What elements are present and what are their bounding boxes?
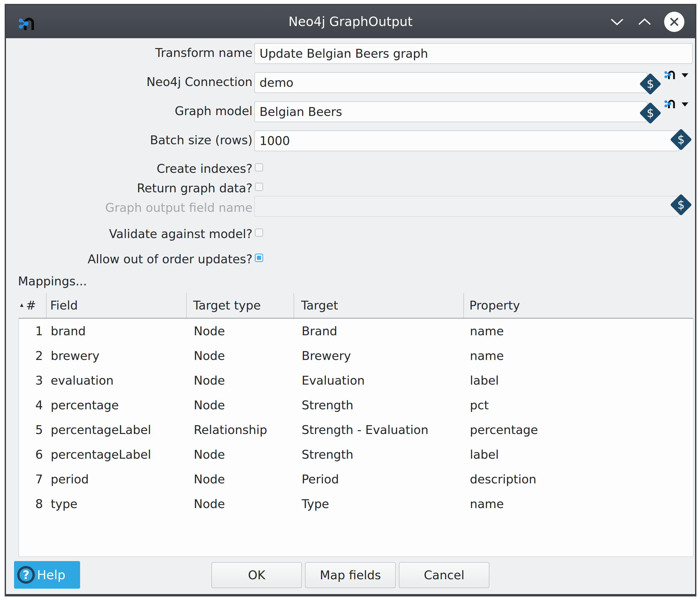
cell-property: label (465, 373, 693, 388)
cell-property: percentage (465, 423, 693, 437)
mappings-header-row: ▴ # Field Target type Target Property (19, 293, 694, 318)
cell-property: pct (465, 398, 693, 412)
sort-ascending-icon: ▴ (20, 301, 23, 309)
cell-num: 7 (19, 472, 47, 486)
cell-num: 3 (19, 373, 47, 388)
cell-field: brewery (47, 349, 187, 363)
cell-target: Evaluation (295, 373, 465, 388)
cell-target: Type (295, 497, 465, 511)
create-indexes-label: Create indexes? (6, 161, 252, 177)
graph-output-field-input (254, 196, 679, 217)
graph-model-combo[interactable]: Belgian Beers (254, 101, 648, 122)
cell-target: Strength (295, 448, 465, 462)
cell-target-type: Node (187, 349, 295, 363)
allow-out-of-order-label: Allow out of order updates? (6, 251, 252, 267)
column-header-target-type[interactable]: Target type (187, 293, 294, 318)
mapping-table-row[interactable]: 5 percentageLabel Relationship Strength … (19, 417, 693, 442)
cell-field: percentageLabel (47, 423, 187, 437)
cell-target-type: Node (187, 324, 295, 338)
column-header-field[interactable]: Field (47, 293, 187, 318)
batch-size-input[interactable]: 1000 (254, 130, 679, 151)
cell-field: brand (47, 324, 187, 338)
mappings-table: ▴ # Field Target type Target Property 1 … (19, 293, 694, 557)
cell-target-type: Node (187, 373, 295, 388)
cell-field: percentageLabel (47, 448, 187, 462)
cell-field: period (47, 472, 187, 486)
cell-target-type: Node (187, 448, 295, 462)
validate-model-checkbox[interactable] (255, 229, 263, 237)
cell-target: Brewery (295, 349, 465, 363)
cell-target-type: Relationship (187, 423, 295, 437)
cell-num: 5 (19, 423, 47, 437)
cell-field: type (47, 497, 187, 511)
mapping-table-row[interactable]: 1 brand Node Brand name (19, 319, 693, 343)
validate-model-label: Validate against model? (6, 226, 252, 242)
graph-output-field-label: Graph output field name (6, 200, 252, 215)
maximize-button[interactable] (632, 5, 657, 38)
chevron-down-icon (610, 17, 624, 27)
graph-model-neo4j-picker-icon[interactable] (664, 96, 676, 109)
cell-num: 4 (19, 398, 47, 412)
cell-num: 2 (19, 349, 47, 363)
create-indexes-checkbox[interactable] (255, 163, 263, 172)
connection-picker-caret-icon[interactable] (681, 73, 688, 77)
graph-model-picker-caret-icon[interactable] (681, 102, 688, 107)
question-mark-icon: ? (17, 566, 35, 584)
column-header-target[interactable]: Target (294, 293, 464, 318)
return-graph-data-checkbox[interactable] (255, 183, 263, 191)
connection-label: Neo4j Connection (6, 74, 252, 90)
neo4j-graphoutput-dialog: Neo4j GraphOutput T (5, 4, 696, 597)
mapping-table-row[interactable]: 6 percentageLabel Node Strength label (19, 442, 693, 467)
batch-size-label: Batch size (rows) (6, 132, 252, 148)
return-graph-data-label: Return graph data? (6, 180, 252, 196)
cell-target: Brand (295, 324, 465, 338)
cell-property: name (465, 349, 693, 363)
mappings-body[interactable]: 1 brand Node Brand name 2 brewery Node B… (19, 318, 694, 557)
cell-property: label (465, 448, 693, 462)
mapping-table-row[interactable]: 4 percentage Node Strength pct (19, 393, 693, 417)
mapping-table-row[interactable]: 7 period Node Period description (19, 467, 693, 492)
cell-property: description (465, 472, 693, 486)
close-x-icon (664, 12, 684, 32)
mappings-section-label: Mappings... (18, 274, 87, 288)
connection-neo4j-picker-icon[interactable] (664, 67, 676, 80)
ok-button[interactable]: OK (211, 562, 302, 588)
graph-model-label: Graph model (6, 103, 252, 119)
help-button[interactable]: ? Help (14, 561, 80, 589)
cancel-button[interactable]: Cancel (399, 562, 490, 588)
cell-target: Strength - Evaluation (295, 423, 465, 437)
minimize-button[interactable] (605, 5, 629, 38)
cell-target-type: Node (187, 472, 295, 486)
chevron-up-icon (638, 17, 652, 27)
screen: Neo4j GraphOutput T (0, 0, 700, 605)
mapping-table-row[interactable]: 2 brewery Node Brewery name (19, 343, 693, 368)
cell-num: 8 (19, 497, 47, 511)
titlebar[interactable]: Neo4j GraphOutput (6, 5, 695, 38)
cell-target: Period (295, 472, 465, 486)
cell-target-type: Node (187, 398, 295, 412)
map-fields-button[interactable]: Map fields (305, 562, 396, 588)
allow-out-of-order-checkbox[interactable] (255, 254, 263, 262)
cell-field: percentage (47, 398, 187, 412)
transform-name-input[interactable]: Update Belgian Beers graph (254, 43, 693, 64)
transform-name-label: Transform name (6, 45, 252, 60)
cell-field: evaluation (47, 373, 187, 388)
window-title: Neo4j GraphOutput (6, 5, 695, 38)
cell-num: 1 (19, 324, 47, 338)
cell-num: 6 (19, 448, 47, 462)
cell-target-type: Node (187, 497, 295, 511)
cell-property: name (465, 497, 693, 511)
mapping-table-row[interactable]: 8 type Node Type name (19, 492, 693, 516)
connection-combo[interactable]: demo (254, 72, 648, 93)
column-header-num[interactable]: ▴ # (19, 293, 47, 318)
mapping-table-row[interactable]: 3 evaluation Node Evaluation label (19, 368, 693, 393)
column-header-property[interactable]: Property (464, 293, 694, 318)
cell-target: Strength (295, 398, 465, 412)
cell-property: name (465, 324, 693, 338)
close-button[interactable] (662, 5, 687, 38)
